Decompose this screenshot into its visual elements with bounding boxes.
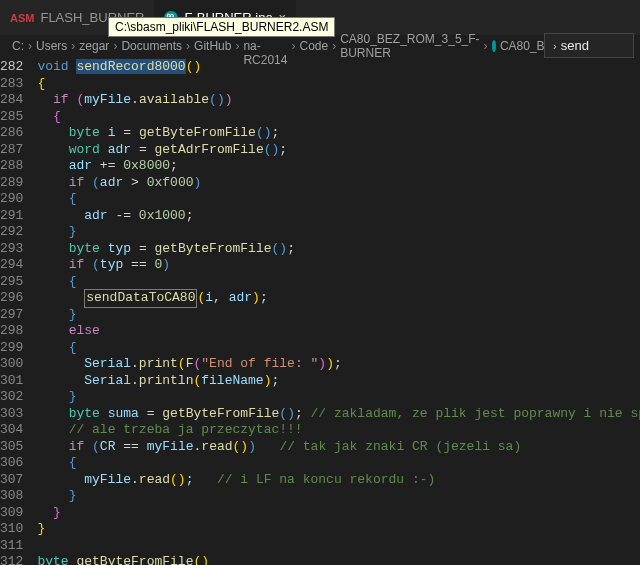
- chevron-right-icon: ›: [71, 39, 75, 53]
- chevron-right-icon: ›: [113, 39, 117, 53]
- breadcrumb[interactable]: C:› Users› zegar› Documents› GitHub› CA8…: [0, 35, 640, 57]
- editor[interactable]: 2822832842852862872882892902912922932942…: [0, 57, 640, 565]
- breadcrumb-item[interactable]: C:: [12, 39, 24, 53]
- chevron-right-icon: ›: [484, 39, 488, 53]
- line-number-gutter: 2822832842852862872882892902912922932942…: [0, 57, 37, 565]
- tabbar: ASM FLASH_BURNER F-BURNER.ino × C:\sbasm…: [0, 0, 640, 35]
- chevron-right-icon: ›: [291, 39, 295, 53]
- chevron-right-icon: ›: [235, 39, 239, 53]
- breadcrumb-item[interactable]: zegar: [79, 39, 109, 53]
- breadcrumb-item[interactable]: GitHub: [194, 39, 231, 53]
- suggest-popup[interactable]: › send: [544, 33, 634, 58]
- suggest-text: send: [561, 38, 589, 53]
- breadcrumb-item[interactable]: Code: [299, 39, 328, 53]
- breadcrumb-item[interactable]: CA80_BEZ_ROM_3_5_F-BURNER: [340, 32, 479, 60]
- chevron-right-icon: ›: [332, 39, 336, 53]
- breadcrumb-item[interactable]: Users: [36, 39, 67, 53]
- chevron-right-icon: ›: [553, 40, 557, 52]
- asm-file-icon: ASM: [10, 12, 34, 24]
- chevron-right-icon: ›: [28, 39, 32, 53]
- chevron-right-icon: ›: [186, 39, 190, 53]
- arduino-file-icon: [492, 40, 496, 52]
- code-area[interactable]: void sendRecord8000() { if (myFile.avail…: [37, 57, 640, 565]
- breadcrumb-item[interactable]: Documents: [121, 39, 182, 53]
- path-tooltip: C:\sbasm_pliki\FLASH_BURNER2.ASM: [108, 17, 335, 37]
